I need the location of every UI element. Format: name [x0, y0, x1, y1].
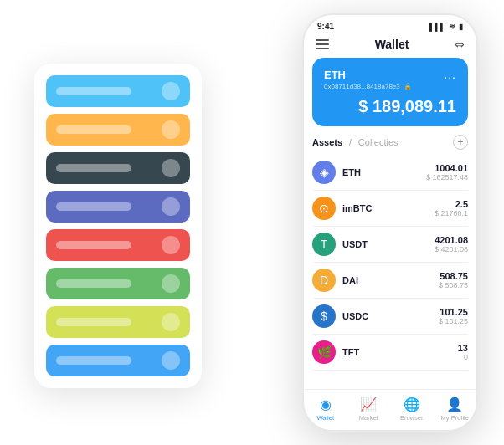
asset-token-amount: 1004.01 [426, 163, 468, 173]
asset-token-amount: 508.75 [439, 271, 468, 281]
asset-icon: D [312, 269, 336, 292]
nav-market-label: Market [359, 414, 378, 422]
card-stack-item[interactable] [46, 306, 190, 338]
scene: 9:41 ▌▌▌ ≋ ▮ Wallet ⇔ ETH ... [18, 13, 486, 432]
phone-content: ETH ... 0x08711d38...8418a78e3 🔒 $ 189,0… [304, 58, 476, 389]
status-time: 9:41 [317, 22, 334, 31]
balance-card-header: ETH ... [324, 68, 456, 81]
asset-usd-amount: $ 4201.08 [435, 245, 468, 253]
asset-token-amount: 13 [458, 343, 468, 353]
card-item-icon [162, 159, 180, 177]
wifi-icon: ≋ [449, 23, 455, 31]
card-item-label [56, 125, 131, 134]
menu-icon[interactable] [316, 39, 329, 49]
asset-usd-amount: 0 [458, 353, 468, 361]
asset-icon: T [312, 233, 336, 256]
asset-amounts: 508.75$ 508.75 [439, 271, 468, 289]
asset-row[interactable]: ◈ETH1004.01$ 162517.48 [312, 155, 468, 191]
nav-browser-label: Browser [400, 414, 424, 422]
assets-tabs: Assets / Collecties [312, 137, 399, 147]
status-bar: 9:41 ▌▌▌ ≋ ▮ [304, 15, 476, 34]
expand-icon[interactable]: ⇔ [455, 38, 465, 51]
nav-my profile-icon: 👤 [446, 396, 463, 412]
asset-amounts: 130 [458, 343, 468, 361]
card-item-label [56, 87, 131, 95]
card-stack [34, 64, 202, 388]
card-item-icon [162, 274, 180, 293]
asset-amounts: 4201.08$ 4201.08 [435, 235, 468, 253]
asset-row[interactable]: TUSDT4201.08$ 4201.08 [312, 227, 468, 263]
card-item-icon [162, 236, 180, 254]
asset-usd-amount: $ 508.75 [439, 281, 468, 289]
asset-token-amount: 101.25 [439, 307, 468, 317]
nav-my profile-label: My Profile [441, 414, 469, 422]
asset-usd-amount: $ 21760.1 [435, 209, 468, 217]
card-item-label [56, 318, 131, 326]
asset-icon: ⊙ [312, 197, 336, 220]
asset-amounts: 1004.01$ 162517.48 [426, 163, 468, 182]
card-stack-item[interactable] [46, 191, 190, 222]
nav-item-browser[interactable]: 🌐Browser [390, 396, 434, 422]
card-item-label [56, 164, 131, 172]
asset-row[interactable]: 🌿TFT130 [312, 335, 468, 371]
asset-icon: 🌿 [312, 340, 336, 364]
signal-icon: ▌▌▌ [429, 23, 445, 31]
page-title: Wallet [375, 38, 409, 51]
asset-token-amount: 4201.08 [435, 235, 468, 245]
tab-assets[interactable]: Assets [312, 137, 342, 147]
nav-item-wallet[interactable]: ◉Wallet [304, 396, 347, 422]
asset-name: USDT [342, 239, 435, 249]
phone: 9:41 ▌▌▌ ≋ ▮ Wallet ⇔ ETH ... [302, 13, 478, 432]
card-stack-item[interactable] [46, 268, 190, 299]
asset-list: ◈ETH1004.01$ 162517.48⊙imBTC2.5$ 21760.1… [312, 155, 468, 371]
asset-usd-amount: $ 162517.48 [426, 173, 468, 182]
balance-coin-symbol: ETH [324, 69, 346, 81]
card-item-icon [162, 197, 180, 216]
asset-icon: ◈ [312, 161, 336, 184]
card-item-label [56, 356, 131, 365]
asset-token-amount: 2.5 [435, 199, 468, 209]
asset-name: TFT [342, 347, 458, 357]
assets-header: Assets / Collecties + [312, 135, 468, 150]
balance-amount: $ 189,089.11 [324, 97, 456, 116]
asset-row[interactable]: $USDC101.25$ 101.25 [312, 299, 468, 335]
asset-icon: $ [312, 304, 336, 328]
nav-wallet-icon: ◉ [320, 396, 332, 412]
nav-item-my-profile[interactable]: 👤My Profile [434, 396, 477, 422]
balance-card: ETH ... 0x08711d38...8418a78e3 🔒 $ 189,0… [312, 58, 468, 126]
asset-usd-amount: $ 101.25 [439, 317, 468, 325]
asset-name: DAI [342, 275, 439, 285]
asset-name: ETH [342, 167, 426, 177]
nav-browser-icon: 🌐 [404, 396, 420, 412]
add-asset-button[interactable]: + [453, 135, 468, 150]
balance-card-address: 0x08711d38...8418a78e3 🔒 [324, 83, 456, 90]
nav-market-icon: 📈 [360, 396, 377, 412]
card-item-icon [162, 351, 180, 370]
nav-item-market[interactable]: 📈Market [347, 396, 391, 422]
status-icons: ▌▌▌ ≋ ▮ [429, 23, 463, 31]
card-item-icon [162, 82, 180, 100]
card-stack-item[interactable] [46, 114, 190, 146]
asset-row[interactable]: ⊙imBTC2.5$ 21760.1 [312, 191, 468, 227]
card-item-label [56, 279, 131, 288]
tab-collectibles[interactable]: Collecties [358, 137, 399, 147]
asset-amounts: 101.25$ 101.25 [439, 307, 468, 325]
card-item-label [56, 202, 131, 211]
phone-header: Wallet ⇔ [304, 34, 476, 58]
card-stack-item[interactable] [46, 152, 190, 184]
nav-wallet-label: Wallet [316, 414, 334, 422]
card-item-icon [162, 313, 180, 331]
asset-row[interactable]: DDAI508.75$ 508.75 [312, 263, 468, 299]
balance-card-menu[interactable]: ... [444, 68, 456, 81]
asset-amounts: 2.5$ 21760.1 [435, 199, 468, 217]
card-item-label [56, 241, 131, 249]
tab-divider: / [349, 138, 352, 147]
bottom-nav: ◉Wallet📈Market🌐Browser👤My Profile [304, 389, 476, 430]
asset-name: imBTC [342, 203, 435, 213]
card-stack-item[interactable] [46, 229, 190, 261]
card-stack-item[interactable] [46, 75, 190, 107]
card-item-icon [162, 120, 180, 139]
card-stack-item[interactable] [46, 345, 190, 376]
battery-icon: ▮ [459, 23, 463, 31]
asset-name: USDC [342, 311, 439, 321]
